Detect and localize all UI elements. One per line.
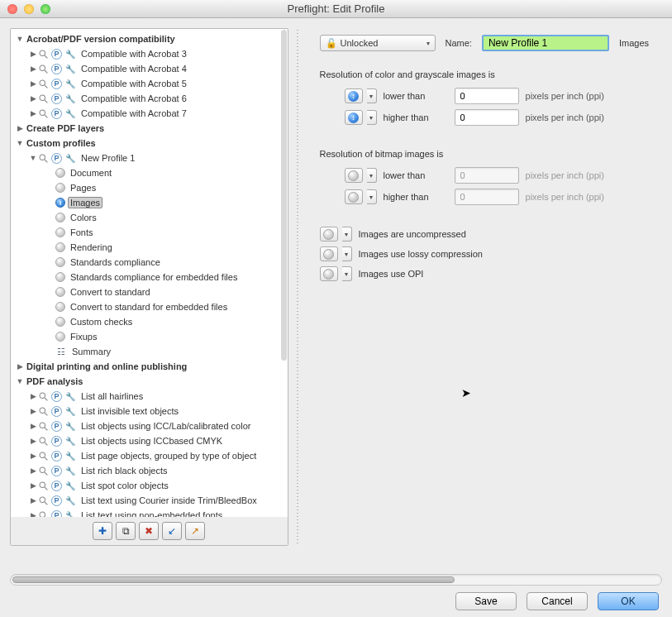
disclosure-open-icon[interactable]: ▼	[16, 139, 24, 147]
status-dropdown[interactable]: ▼	[367, 168, 377, 183]
disclosure-closed-icon[interactable]: ▶	[29, 481, 37, 490]
duplicate-button[interactable]: ⧉	[116, 522, 136, 540]
tree-toolbar: ✚ ⧉ ✖ ↙ ↗	[11, 517, 288, 545]
tree-group-create-layers[interactable]: ▶ Create PDF layers	[16, 121, 288, 136]
status-dropdown[interactable]: ▼	[342, 227, 352, 242]
bitmap-lower-input[interactable]	[455, 167, 519, 184]
disclosure-closed-icon[interactable]: ▶	[29, 496, 37, 505]
disclosure-closed-icon[interactable]: ▶	[29, 422, 37, 430]
tree-group-acrobat[interactable]: ▼ Acrobat/PDF version compatibility	[16, 31, 288, 46]
status-dropdown[interactable]: ▼	[367, 110, 377, 125]
add-button[interactable]: ✚	[93, 522, 112, 540]
tree-item[interactable]: ▶P🔧List invisible text objects	[16, 404, 288, 419]
status-toggle[interactable]	[345, 189, 363, 204]
disclosure-closed-icon[interactable]: ▶	[29, 50, 37, 58]
tree-item[interactable]: ▶P🔧List rich black objects	[16, 463, 288, 478]
ok-button[interactable]: OK	[598, 592, 659, 610]
tree-child-item[interactable]: Convert to standard	[16, 285, 288, 299]
tree-child-item[interactable]: Pages	[16, 180, 288, 195]
disclosure-closed-icon[interactable]: ▶	[29, 466, 37, 475]
tree-child-item[interactable]: Fonts	[16, 225, 288, 240]
disclosure-closed-icon[interactable]: ▶	[29, 94, 37, 103]
status-toggle[interactable]	[320, 246, 338, 261]
disclosure-closed-icon[interactable]: ▶	[29, 407, 37, 415]
disclosure-open-icon[interactable]: ▼	[16, 35, 24, 43]
color-higher-input[interactable]	[455, 109, 519, 126]
tree-child-item[interactable]: Document	[16, 165, 288, 180]
status-dropdown[interactable]: ▼	[342, 246, 352, 261]
tree-child-item[interactable]: Custom checks	[16, 314, 288, 329]
tree-child-item[interactable]: Rendering	[16, 240, 288, 255]
scrollbar-thumb[interactable]	[12, 576, 455, 583]
status-toggle[interactable]	[320, 227, 338, 242]
tree-group-pdf-analysis[interactable]: ▼ PDF analysis	[16, 374, 288, 389]
tree-item[interactable]: ▶P🔧Compatible with Acrobat 4	[16, 61, 288, 76]
horizontal-scrollbar[interactable]	[10, 574, 662, 586]
disclosure-closed-icon[interactable]: ▶	[16, 362, 24, 371]
disclosure-closed-icon[interactable]: ▶	[29, 437, 37, 445]
color-lower-input[interactable]	[455, 88, 519, 104]
tree-profile-new-profile-1[interactable]: ▼ P 🔧 New Profile 1	[16, 151, 288, 165]
tree-group-digital[interactable]: ▶ Digital printing and online publishing	[16, 359, 288, 374]
disclosure-closed-icon[interactable]: ▶	[29, 65, 37, 73]
tree-child-item[interactable]: Colors	[16, 210, 288, 225]
window-close-button[interactable]	[7, 4, 17, 14]
tree-item[interactable]: ▶P🔧Compatible with Acrobat 7	[16, 106, 288, 121]
status-toggle[interactable]	[320, 266, 338, 281]
window-zoom-button[interactable]	[41, 4, 50, 14]
svg-point-0	[40, 50, 45, 56]
panel-divider[interactable]	[297, 30, 298, 544]
magnifier-icon	[37, 152, 49, 164]
wrench-icon: 🔧	[64, 48, 76, 60]
disclosure-closed-icon[interactable]: ▶	[29, 452, 37, 460]
window-minimize-button[interactable]	[24, 4, 34, 14]
status-dropdown[interactable]: ▼	[342, 266, 352, 281]
status-dropdown[interactable]: ▼	[367, 189, 377, 204]
tree-item[interactable]: ▶P🔧Compatible with Acrobat 6	[16, 91, 288, 106]
tree-child-item[interactable]: Standards compliance	[16, 255, 288, 270]
status-toggle[interactable]	[345, 168, 363, 183]
dot-icon	[55, 183, 65, 193]
tree-item[interactable]: ▶P🔧List page objects, grouped by type of…	[16, 448, 288, 463]
svg-line-13	[45, 398, 47, 400]
status-toggle[interactable]: ↕	[345, 110, 363, 125]
disclosure-open-icon[interactable]: ▼	[16, 377, 24, 385]
profile-name-input[interactable]	[482, 35, 609, 51]
magnifier-icon	[37, 480, 49, 491]
tree-item[interactable]: ▶P🔧List objects using ICC/Lab/calibrated…	[16, 419, 288, 433]
export-button[interactable]: ↗	[185, 522, 205, 540]
cancel-button[interactable]: Cancel	[527, 592, 588, 610]
import-button[interactable]: ↙	[162, 522, 182, 540]
disclosure-closed-icon[interactable]: ▶	[16, 124, 24, 132]
detail-panel: 🔓Unlocked ▾ Name: Images Resolution of c…	[307, 28, 662, 546]
wrench-icon: 🔧	[64, 420, 76, 432]
tree-scrollbar[interactable]	[281, 30, 287, 361]
tree-item[interactable]: ▶P🔧List spot color objects	[16, 478, 288, 493]
disclosure-open-icon[interactable]: ▼	[29, 154, 37, 162]
status-toggle[interactable]: ↕	[345, 88, 363, 103]
disclosure-closed-icon[interactable]: ▶	[29, 109, 37, 117]
svg-line-1	[45, 55, 47, 58]
tree-item[interactable]: ▶P🔧Compatible with Acrobat 5	[16, 76, 288, 91]
svg-line-3	[45, 70, 47, 73]
tree-child-item[interactable]: iImages	[16, 195, 288, 210]
disclosure-closed-icon[interactable]: ▶	[29, 511, 37, 517]
save-button[interactable]: Save	[455, 592, 517, 610]
tree-group-custom[interactable]: ▼ Custom profiles	[16, 136, 288, 151]
tree-item[interactable]: ▶P🔧List text using non-embedded fonts	[16, 508, 288, 517]
tree-item[interactable]: ▶P🔧List text using Courier inside Trim/B…	[16, 493, 288, 508]
tree-child-item[interactable]: Standards compliance for embedded files	[16, 270, 288, 285]
tree-item[interactable]: ▶P🔧Compatible with Acrobat 3	[16, 46, 288, 61]
tree-child-item[interactable]: Fixups	[16, 329, 288, 344]
tree-item[interactable]: ▶P🔧List all hairlines	[16, 389, 288, 404]
bitmap-higher-input[interactable]	[455, 189, 519, 205]
tree-child-item[interactable]: Convert to standard for embedded files	[16, 299, 288, 314]
tree-child-item[interactable]: ☷Summary	[16, 344, 288, 359]
disclosure-closed-icon[interactable]: ▶	[29, 79, 37, 88]
delete-button[interactable]: ✖	[139, 522, 159, 540]
lock-state-select[interactable]: 🔓Unlocked ▾	[320, 35, 436, 51]
wrench-icon: 🔧	[64, 450, 76, 462]
status-dropdown[interactable]: ▼	[367, 88, 377, 103]
tree-item[interactable]: ▶P🔧List objects using ICCbased CMYK	[16, 433, 288, 448]
disclosure-closed-icon[interactable]: ▶	[29, 392, 37, 400]
